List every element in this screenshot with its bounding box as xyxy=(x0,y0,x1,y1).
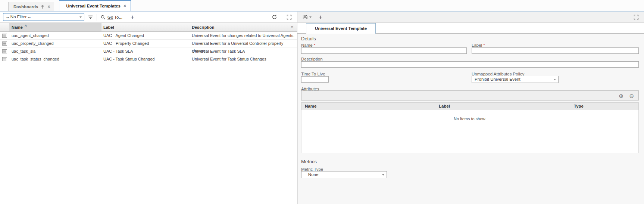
save-icon xyxy=(302,14,308,20)
table-header-row: Name^ Label Description ^ xyxy=(0,23,297,32)
tab-universal-event-templates[interactable]: Universal Event Templates × xyxy=(59,0,131,11)
row-label-cell: UAC - Task SLA xyxy=(101,47,190,55)
row-name-cell: uac_agent_changed xyxy=(9,32,101,39)
detail-panel: Universal Event Template Details Name* L… xyxy=(297,23,644,204)
row-description-cell: Universal Event for changes related to U… xyxy=(190,32,297,39)
details-section-heading: Details xyxy=(301,36,316,41)
row-name-cell: uac_property_changed xyxy=(9,40,101,47)
attributes-column-type[interactable]: Type xyxy=(574,103,638,110)
attributes-toolbar: ⊕ ⊖ xyxy=(301,90,639,101)
filter-select[interactable]: -- No Filter -- xyxy=(3,13,84,21)
time-to-live-field-label: Time To Live xyxy=(301,72,325,76)
row-label-cell: UAC - Property Changed xyxy=(101,40,190,47)
go-to-label-key: Go xyxy=(107,15,113,19)
column-header-label[interactable]: Label xyxy=(101,23,190,31)
column-header-description[interactable]: Description xyxy=(190,23,297,31)
new-detail-button[interactable]: + xyxy=(318,14,323,20)
table-row[interactable]: uac_property_changed UAC - Property Chan… xyxy=(0,40,297,47)
header-collapse-icon[interactable]: ^ xyxy=(291,23,293,32)
filter-select-value: -- No Filter -- xyxy=(6,15,31,19)
row-name-cell: uac_task_status_changed xyxy=(9,55,101,63)
detail-form: Details Name* Label* Description Time To… xyxy=(297,34,644,204)
sort-ascending-icon: ^ xyxy=(25,24,27,28)
row-description-cell: Universal Event for Task Status Changes xyxy=(190,55,297,63)
chevron-down-icon xyxy=(79,16,82,18)
filter-icon[interactable] xyxy=(88,15,93,20)
row-description-cell: Universal Event for a Universal Controll… xyxy=(190,40,297,47)
attributes-table-header: Name Label Type xyxy=(301,102,639,110)
attributes-column-label[interactable]: Label xyxy=(439,103,574,110)
go-to-label-rest: To... xyxy=(113,15,122,19)
event-templates-table: Name^ Label Description ^ uac_agent_chan… xyxy=(0,23,297,204)
unmapped-attributes-policy-select[interactable]: Prohibit Universal Event xyxy=(472,76,559,83)
refresh-icon[interactable] xyxy=(272,14,277,20)
attributes-column-name[interactable]: Name xyxy=(301,103,439,110)
remove-attribute-icon[interactable]: ⊖ xyxy=(629,93,634,98)
time-to-live-field[interactable] xyxy=(301,76,329,83)
tab-dashboards-label: Dashboards xyxy=(13,4,38,9)
detail-toolbar: + xyxy=(297,12,644,23)
close-icon[interactable]: × xyxy=(123,4,126,8)
chevron-down-icon xyxy=(554,79,556,80)
metrics-section-heading: Metrics xyxy=(301,159,317,164)
table-row[interactable]: uac_agent_changed UAC - Agent Changed Un… xyxy=(0,32,297,40)
add-attribute-icon[interactable]: ⊕ xyxy=(619,93,623,98)
row-description-cell: Universal Event for Task SLA xyxy=(190,47,297,55)
search-icon xyxy=(100,15,106,20)
tab-dashboards[interactable]: Dashboards × xyxy=(8,2,54,11)
list-toolbar: -- No Filter -- Go To... + xyxy=(0,12,297,23)
row-label-cell: UAC - Agent Changed xyxy=(101,32,190,39)
new-record-button[interactable]: + xyxy=(129,14,135,20)
column-header-name[interactable]: Name^ xyxy=(9,23,101,31)
metric-type-select[interactable]: -- None -- xyxy=(301,171,387,178)
metric-type-value: -- None -- xyxy=(304,172,322,177)
chevron-down-icon xyxy=(382,174,384,176)
window-tab-bar: Dashboards × Universal Event Templates × xyxy=(0,0,644,12)
maximize-icon[interactable] xyxy=(634,15,639,20)
row-name-cell: uac_task_sla xyxy=(9,47,101,55)
icon-column-header xyxy=(0,23,9,31)
open-record-icon[interactable] xyxy=(0,40,9,47)
row-label-cell: UAC - Task Status Changed xyxy=(101,55,190,63)
toolbar-divider xyxy=(97,14,97,21)
required-marker: * xyxy=(314,43,315,47)
chevron-down-icon[interactable] xyxy=(309,16,312,18)
open-record-icon[interactable] xyxy=(0,47,9,55)
label-field-label: Label* xyxy=(472,43,485,47)
table-row[interactable]: uac_task_status_changed UAC - Task Statu… xyxy=(0,55,297,63)
table-row[interactable]: uac_task_sla UAC - Task SLA Universal Ev… xyxy=(0,47,297,55)
description-field-label: Description xyxy=(301,57,323,61)
tab-universal-event-template[interactable]: Universal Event Template xyxy=(306,23,376,34)
save-button[interactable] xyxy=(302,14,312,20)
detail-tab-row: Universal Event Template xyxy=(297,23,644,34)
pin-icon[interactable] xyxy=(41,5,44,9)
unmapped-attributes-policy-value: Prohibit Universal Event xyxy=(475,77,520,81)
name-field[interactable] xyxy=(301,47,467,54)
maximize-icon[interactable] xyxy=(287,15,292,20)
open-record-icon[interactable] xyxy=(0,55,9,63)
tab-universal-event-templates-label: Universal Event Templates xyxy=(66,4,121,8)
toolbar-divider xyxy=(126,14,126,21)
open-record-icon[interactable] xyxy=(0,32,9,39)
go-to-button[interactable]: Go To... xyxy=(100,15,122,20)
label-field[interactable] xyxy=(472,47,639,54)
empty-table-message: No items to show. xyxy=(454,117,486,121)
name-field-label: Name* xyxy=(301,43,315,47)
description-field[interactable] xyxy=(301,61,639,68)
close-icon[interactable]: × xyxy=(47,4,50,9)
attributes-table-body: No items to show. xyxy=(301,110,639,153)
required-marker: * xyxy=(483,43,485,47)
